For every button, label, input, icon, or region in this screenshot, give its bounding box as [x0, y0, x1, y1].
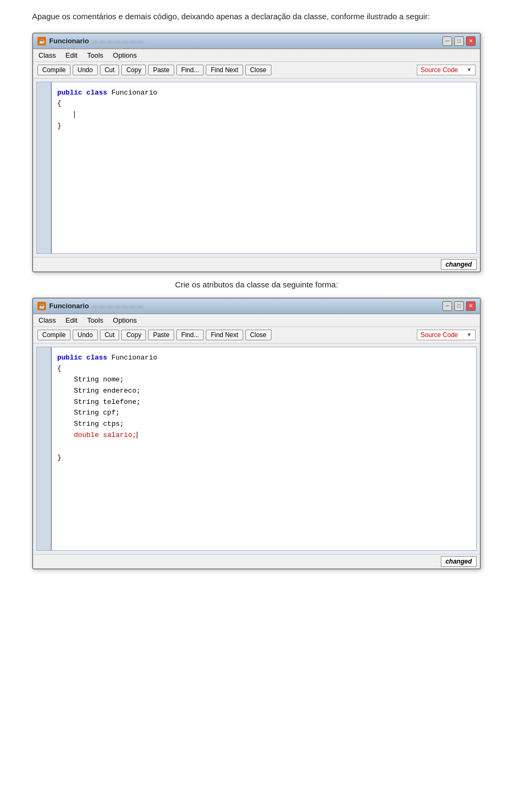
line-gutter-2 — [37, 347, 52, 550]
maximize-button-1[interactable]: □ — [454, 36, 464, 46]
minimize-button-1[interactable]: ─ — [442, 36, 452, 46]
code-line-2-10: } — [57, 452, 471, 464]
code-area-wrapper-1: public class Funcionario { } — [33, 79, 480, 257]
intro-text: Apague os comentários e demais código, d… — [32, 11, 481, 23]
code-area-2[interactable]: public class Funcionario { String nome; … — [36, 347, 477, 551]
code-line-2-5: String telefone; — [57, 397, 471, 408]
app-icon-2: ☕ — [37, 302, 46, 310]
find-next-button-2[interactable]: Find Next — [206, 330, 243, 340]
code-line-2-2: { — [57, 363, 471, 374]
menu-tools-2[interactable]: Tools — [86, 315, 104, 325]
menu-class-2[interactable]: Class — [37, 315, 57, 325]
code-line-2-7: String ctps; — [57, 419, 471, 430]
titlebar-1: ☕ Funcionario — — — — — — — ─ □ ✕ — [33, 34, 480, 49]
menubar-1: Class Edit Tools Options — [33, 49, 480, 62]
menu-tools-1[interactable]: Tools — [86, 50, 104, 60]
close-window-button-2[interactable]: ✕ — [466, 301, 476, 311]
maximize-button-2[interactable]: □ — [454, 301, 464, 311]
close-button-1[interactable]: Close — [245, 65, 271, 75]
menu-class-1[interactable]: Class — [37, 50, 57, 60]
paste-button-2[interactable]: Paste — [148, 330, 174, 340]
statusbar-2: changed — [33, 554, 480, 568]
caption-text: Crie os atributos da classe da seguinte … — [32, 280, 481, 289]
dropdown-arrow-1: ▼ — [467, 67, 472, 73]
compile-button-1[interactable]: Compile — [37, 65, 71, 75]
minimize-button-2[interactable]: ─ — [442, 301, 452, 311]
source-code-dropdown-2[interactable]: Source Code ▼ — [417, 330, 476, 340]
toolbar-2: Compile Undo Cut Copy Paste Find... Find… — [33, 327, 480, 343]
status-changed-2: changed — [441, 556, 477, 567]
code-line-2-3: String nome; — [57, 374, 471, 386]
find-button-1[interactable]: Find... — [176, 65, 204, 75]
menu-edit-1[interactable]: Edit — [65, 50, 79, 60]
undo-button-2[interactable]: Undo — [73, 330, 98, 340]
find-next-button-1[interactable]: Find Next — [206, 65, 243, 75]
dropdown-arrow-2: ▼ — [467, 332, 472, 338]
titlebar-controls-2: ─ □ ✕ — [442, 301, 476, 311]
menu-edit-2[interactable]: Edit — [65, 315, 79, 325]
source-code-dropdown-label-1: Source Code — [421, 66, 458, 74]
window-title-extra-1: — — — — — — — — [92, 38, 143, 44]
code-line-2-4: String endereco; — [57, 386, 471, 397]
status-changed-1: changed — [441, 259, 477, 270]
app-icon-1: ☕ — [37, 37, 46, 45]
titlebar-left-1: ☕ Funcionario — — — — — — — — [37, 37, 143, 45]
titlebar-2: ☕ Funcionario — — — — — — — ─ □ ✕ — [33, 299, 480, 314]
window-title-extra-2: — — — — — — — — [92, 303, 143, 309]
titlebar-left-2: ☕ Funcionario — — — — — — — — [37, 302, 143, 310]
paste-button-1[interactable]: Paste — [148, 65, 174, 75]
window-title-2: Funcionario — [49, 302, 89, 310]
code-content-1[interactable]: public class Funcionario { } — [52, 82, 476, 253]
cut-button-1[interactable]: Cut — [100, 65, 120, 75]
line-gutter-1 — [37, 82, 52, 253]
source-code-dropdown-label-2: Source Code — [421, 331, 458, 339]
cut-button-2[interactable]: Cut — [100, 330, 120, 340]
code-area-1[interactable]: public class Funcionario { } — [36, 82, 477, 254]
code-line-2-1: public class Funcionario — [57, 353, 471, 364]
code-line-2-8: double salario; — [57, 430, 471, 441]
code-content-2[interactable]: public class Funcionario { String nome; … — [52, 347, 476, 550]
window-2: ☕ Funcionario — — — — — — — ─ □ ✕ Class … — [32, 298, 481, 569]
code-area-wrapper-2: public class Funcionario { String nome; … — [33, 343, 480, 554]
menu-options-1[interactable]: Options — [112, 50, 138, 60]
window-title-1: Funcionario — [49, 37, 89, 45]
titlebar-controls-1: ─ □ ✕ — [442, 36, 476, 46]
menu-options-2[interactable]: Options — [112, 315, 138, 325]
statusbar-1: changed — [33, 257, 480, 271]
undo-button-1[interactable]: Undo — [73, 65, 98, 75]
find-button-2[interactable]: Find... — [176, 330, 204, 340]
code-line-1-2: { — [57, 98, 471, 110]
close-window-button-1[interactable]: ✕ — [466, 36, 476, 46]
window-1: ☕ Funcionario — — — — — — — ─ □ ✕ Class … — [32, 33, 481, 272]
toolbar-1: Compile Undo Cut Copy Paste Find... Find… — [33, 62, 480, 79]
compile-button-2[interactable]: Compile — [37, 330, 71, 340]
close-button-2[interactable]: Close — [245, 330, 271, 340]
code-line-2-6: String cpf; — [57, 408, 471, 419]
code-line-1-4: } — [57, 121, 471, 132]
copy-button-1[interactable]: Copy — [121, 65, 146, 75]
code-line-1-1: public class Funcionario — [57, 88, 471, 99]
menubar-2: Class Edit Tools Options — [33, 314, 480, 327]
source-code-dropdown-1[interactable]: Source Code ▼ — [417, 65, 476, 75]
code-line-2-9 — [57, 441, 471, 452]
copy-button-2[interactable]: Copy — [121, 330, 146, 340]
code-line-1-3 — [57, 110, 471, 121]
